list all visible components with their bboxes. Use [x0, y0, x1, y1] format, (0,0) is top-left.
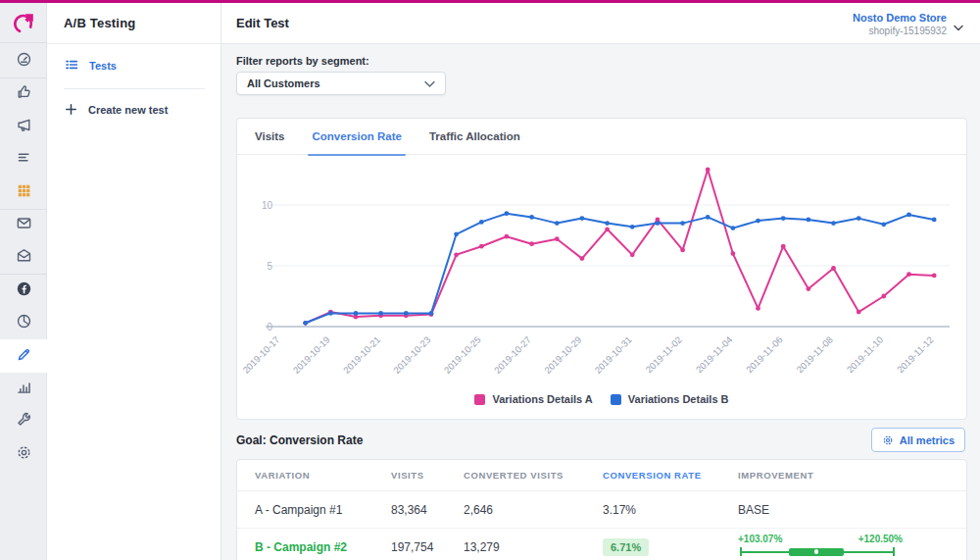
legend-swatch [474, 394, 485, 405]
cell-variation: A - Campaign #1 [237, 503, 391, 517]
ab-testing-sidebar: A/B Testing Tests Create new test [47, 3, 221, 560]
goal-title: Goal: Conversion Rate [236, 433, 363, 447]
icon-rail [0, 3, 47, 560]
category-grid-icon [16, 182, 32, 203]
rail-item-settings-gear[interactable] [0, 437, 47, 471]
sidebar-divider [64, 88, 205, 89]
table-row: A - Campaign #183,3642,6463.17%BASE [237, 491, 966, 529]
inbox-icon [16, 247, 32, 268]
rail-item-ab-test-pencil[interactable] [0, 339, 47, 373]
chevron-down-icon [424, 75, 435, 92]
brand-accent-bar [0, 0, 980, 3]
conversion-rate-badge: 6.71% [603, 538, 649, 556]
cell-improvement: +103.07% +120.50% [738, 535, 966, 558]
pie-chart-icon [16, 313, 32, 333]
rail-item-facebook[interactable] [0, 274, 47, 307]
thumbs-up-icon [16, 83, 32, 104]
legend-label: Variations Details B [628, 393, 729, 405]
table-header-row: VARIATIONVISITSCONVERTED VISITSCONVERSIO… [237, 460, 966, 491]
sidebar-header: A/B Testing [47, 3, 220, 44]
x-tick-label: 2019-11-02 [643, 334, 684, 376]
tab-conversion-rate[interactable]: Conversion Rate [312, 119, 401, 155]
create-new-test-button[interactable]: Create new test [47, 98, 220, 122]
goal-row: Goal: Conversion Rate All metrics [236, 426, 967, 453]
chart-legend: Variations Details AVariations Details B [237, 393, 966, 405]
x-tick-label: 2019-10-25 [442, 334, 483, 376]
rail-item-megaphone[interactable] [0, 110, 47, 143]
analytics-bars-icon [16, 379, 32, 399]
all-metrics-label: All metrics [900, 434, 955, 446]
account-store-id: shopify-15195932 [853, 25, 947, 36]
rail-item-email[interactable] [0, 208, 47, 241]
x-tick-label: 2019-10-23 [391, 334, 432, 376]
x-tick-label: 2019-10-27 [492, 334, 533, 376]
tab-traffic-allocation[interactable]: Traffic Allocation [429, 119, 520, 155]
legend-item-b[interactable]: Variations Details B [611, 393, 729, 405]
segment-select[interactable]: All Customers [236, 72, 446, 95]
main-panel: Edit Test Nosto Demo Store shopify-15195… [221, 3, 980, 560]
legend-item-a[interactable]: Variations Details A [474, 393, 592, 405]
x-tick-label: 2019-10-21 [341, 334, 382, 376]
rail-item-content-lines[interactable] [0, 142, 47, 176]
tab-visits[interactable]: Visits [255, 119, 284, 155]
column-header-conversion-rate[interactable]: CONVERSION RATE [603, 470, 738, 481]
improvement-high: +120.50% [858, 534, 903, 544]
y-tick-label: 5 [267, 261, 272, 272]
sidebar-item-label: Create new test [88, 104, 168, 116]
cell-conversion-rate: 3.17% [603, 503, 738, 517]
chevron-down-icon [954, 20, 963, 39]
conversion-rate-chart: 10502019-10-172019-10-192019-10-212019-1… [237, 155, 966, 421]
series-b-line[interactable] [303, 211, 936, 325]
x-tick-label: 2019-10-29 [542, 334, 583, 376]
account-name: Nosto Demo Store [853, 12, 947, 24]
page-title: Edit Test [236, 16, 289, 30]
cell-conversion-rate: 6.71% [603, 538, 738, 556]
cell-visits: 83,364 [391, 503, 464, 517]
segment-select-value: All Customers [247, 77, 320, 89]
account-menu[interactable]: Nosto Demo Store shopify-15195932 [853, 12, 963, 36]
series-a-line[interactable] [303, 168, 936, 326]
cell-converted-visits: 2,646 [464, 503, 603, 517]
column-header-converted-visits[interactable]: CONVERTED VISITS [464, 470, 603, 481]
rail-item-category-grid[interactable] [0, 176, 47, 209]
cell-visits: 197,754 [391, 540, 464, 554]
sidebar-item-label: Tests [89, 60, 117, 72]
x-tick-label: 2019-11-08 [794, 334, 835, 376]
rail-item-thumbs-up[interactable] [0, 76, 47, 110]
all-metrics-button[interactable]: All metrics [871, 428, 965, 452]
facebook-icon [16, 280, 32, 301]
column-header-improvement[interactable]: IMPROVEMENT [738, 470, 966, 481]
cell-converted-visits: 13,279 [464, 540, 603, 554]
rail-item-wrench[interactable] [0, 404, 47, 437]
main-header: Edit Test Nosto Demo Store shopify-15195… [221, 3, 980, 44]
y-tick-label: 0 [267, 322, 272, 332]
y-tick-label: 10 [262, 200, 273, 211]
rail-item-pie-chart[interactable] [0, 306, 47, 339]
gear-icon [882, 434, 894, 446]
segment-filter-label: Filter reports by segment: [236, 55, 369, 67]
plus-icon [64, 102, 78, 119]
rail-item-analytics-bars[interactable] [0, 372, 47, 405]
x-tick-label: 2019-10-31 [593, 334, 634, 376]
settings-gear-icon [16, 444, 32, 465]
cell-improvement: BASE [738, 503, 966, 517]
sidebar-item-tests[interactable]: Tests [47, 54, 220, 77]
sidebar-title: A/B Testing [64, 16, 135, 30]
report-tabs: VisitsConversion RateTraffic Allocation [237, 119, 966, 155]
tests-list-icon [64, 57, 79, 75]
rail-item-dashboard[interactable] [0, 44, 47, 77]
cell-variation[interactable]: B - Campaign #2 [237, 540, 391, 554]
dashboard-icon [16, 51, 32, 72]
x-tick-label: 2019-10-19 [291, 334, 332, 376]
column-header-visits[interactable]: VISITS [391, 470, 464, 481]
chart-area: 10502019-10-172019-10-192019-10-212019-1… [237, 155, 966, 425]
rail-divider [0, 42, 47, 43]
nosto-logo-icon[interactable] [12, 12, 35, 35]
interval-midpoint-dot [814, 549, 819, 554]
column-header-variation[interactable]: VARIATION [237, 470, 391, 481]
x-tick-label: 2019-10-17 [240, 334, 281, 376]
content-lines-icon [16, 149, 32, 170]
rail-item-inbox[interactable] [0, 240, 47, 274]
x-tick-label: 2019-11-12 [895, 334, 936, 376]
x-tick-label: 2019-11-06 [744, 334, 785, 376]
